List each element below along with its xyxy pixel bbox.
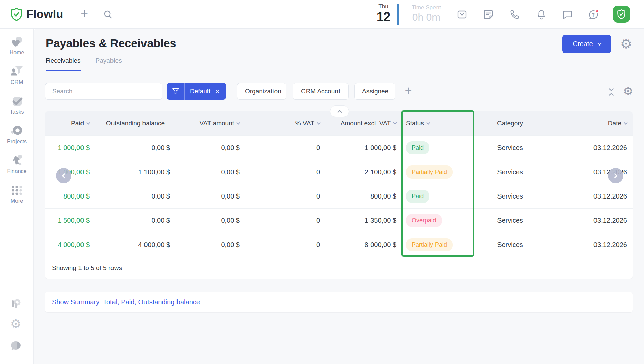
cell-status: Partially Paid	[403, 160, 484, 184]
cell-vat-percent: 0	[247, 209, 327, 233]
sidebar: Home CRM Tasks Projects	[0, 29, 34, 364]
collapse-table-pill[interactable]	[330, 105, 349, 117]
table-row[interactable]: 1 000,00 $ 0,00 $ 0,00 $ 0 1 000,00 $ Pa…	[45, 135, 633, 160]
rows-count-text: Showing 1 to 5 of 5 rows	[52, 264, 122, 272]
finance-icon	[10, 154, 24, 167]
mail-icon[interactable]	[457, 9, 468, 20]
cell-status: Overpaid	[403, 209, 484, 233]
home-icon	[10, 35, 24, 49]
column-header-vat-percent[interactable]: % VAT	[247, 111, 327, 135]
status-badge: Paid	[406, 141, 429, 154]
search-input[interactable]	[45, 83, 162, 100]
brand-name: Flowlu	[26, 7, 63, 21]
chevron-left-icon	[62, 173, 67, 178]
more-grid-icon	[10, 183, 24, 197]
cell-vat-amount: 0,00 $	[177, 136, 247, 160]
cell-category: Services	[484, 233, 536, 257]
svg-text:?: ?	[592, 12, 595, 18]
projects-icon	[10, 124, 24, 138]
page-title: Payables & Receivables	[46, 37, 176, 50]
sidebar-item-more[interactable]: More	[0, 180, 34, 207]
column-header-paid[interactable]: Paid	[45, 111, 96, 135]
main-content: Payables & Receivables Receivables Payab…	[34, 29, 644, 364]
chat-icon[interactable]	[562, 9, 573, 20]
status-badge: Partially Paid	[406, 238, 453, 251]
weekday-label: Thu	[373, 3, 393, 10]
crm-icon	[10, 65, 24, 78]
tab-receivables[interactable]: Receivables	[46, 57, 81, 71]
default-filter-chip[interactable]: Default ✕	[167, 83, 226, 100]
global-search-icon[interactable]	[103, 9, 113, 20]
profile-avatar[interactable]	[613, 6, 630, 23]
column-header-status[interactable]: Status	[403, 111, 484, 135]
column-header-outstanding-balance[interactable]: Outstanding balance...	[96, 111, 177, 135]
status-badge: Paid	[406, 190, 429, 203]
help-icon[interactable]: ?	[588, 9, 599, 20]
table-row[interactable]: 4 000,00 $ 4 000,00 $ 0,00 $ 0 8 000,00 …	[45, 233, 633, 257]
cell-date: 03.12.2026	[536, 233, 633, 257]
column-header-category[interactable]: Category	[484, 111, 536, 135]
sort-chevron-icon	[86, 121, 90, 124]
sidebar-item-finance[interactable]: Finance	[0, 151, 34, 177]
sort-chevron-icon	[624, 121, 627, 124]
cell-status: Paid	[403, 136, 484, 160]
sidebar-item-home[interactable]: Home	[0, 32, 34, 58]
show-summary-link[interactable]: Show Summary: Total, Paid, Outstanding b…	[52, 298, 200, 306]
table-footer: Showing 1 to 5 of 5 rows	[45, 257, 633, 279]
notifications-icon[interactable]	[536, 9, 547, 20]
sidebar-item-label: More	[11, 198, 23, 204]
status-badge: Overpaid	[406, 214, 442, 227]
table-row[interactable]: 1 500,00 $ 0,00 $ 0,00 $ 0 1 350,00 $ Ov…	[45, 208, 633, 233]
cell-vat-amount: 0,00 $	[177, 160, 247, 184]
add-filter-button[interactable]: +	[402, 83, 414, 99]
sidebar-item-projects[interactable]: Projects	[0, 121, 34, 147]
remove-filter-icon[interactable]: ✕	[215, 88, 220, 95]
cell-amount-excl-vat: 2 100,00 $	[327, 160, 403, 184]
cell-category: Services	[484, 184, 536, 208]
column-header-date[interactable]: Date	[536, 111, 633, 135]
sort-chevron-icon	[317, 121, 320, 124]
cell-status: Paid	[403, 184, 484, 208]
settings-gear-icon[interactable]: ⚙	[9, 318, 23, 331]
cell-vat-amount: 0,00 $	[177, 233, 247, 257]
cell-paid: 800,00 $	[45, 184, 96, 208]
cell-amount-excl-vat: 8 000,00 $	[327, 233, 403, 257]
notes-icon[interactable]	[483, 9, 494, 20]
summary-card: Show Summary: Total, Paid, Outstanding b…	[45, 292, 633, 312]
filter-assignee-button[interactable]: Assignee	[354, 83, 395, 100]
table-settings-gear-icon[interactable]: ⚙	[623, 86, 633, 97]
scroll-left-button[interactable]	[56, 168, 71, 183]
cell-vat-percent: 0	[247, 233, 327, 257]
funnel-icon	[167, 88, 184, 95]
calendar-date[interactable]: Thu 12	[373, 3, 393, 24]
tasks-icon	[10, 94, 24, 108]
column-header-vat-amount[interactable]: VAT amount	[177, 111, 247, 135]
sidebar-item-tasks[interactable]: Tasks	[0, 91, 34, 118]
time-spent-label: Time Spent	[407, 4, 446, 11]
portal-icon[interactable]	[9, 298, 23, 311]
filter-chip-label: Default	[190, 88, 210, 95]
support-chat-icon[interactable]	[9, 339, 23, 353]
tab-bar: Receivables Payables	[46, 57, 122, 71]
flowlu-logo-icon[interactable]	[10, 7, 23, 22]
scroll-right-button[interactable]	[608, 168, 623, 183]
tab-payables[interactable]: Payables	[96, 57, 122, 71]
cell-amount-excl-vat: 800,00 $	[327, 184, 403, 208]
cell-date: 03.12.2026	[536, 136, 633, 160]
cell-paid: 4 000,00 $	[45, 233, 96, 257]
sidebar-item-crm[interactable]: CRM	[0, 62, 34, 88]
page-settings-gear-icon[interactable]: ⚙	[620, 37, 632, 50]
collapse-rows-icon[interactable]	[607, 87, 616, 97]
phone-icon[interactable]	[509, 9, 520, 20]
filter-crm-account-button[interactable]: CRM Account	[293, 83, 349, 100]
cell-date: 03.12.2026	[536, 209, 633, 233]
create-button[interactable]: Create	[562, 35, 611, 53]
cell-amount-excl-vat: 1 000,00 $	[327, 136, 403, 160]
cell-category: Services	[484, 160, 536, 184]
time-spent[interactable]: Time Spent 0h 0m	[407, 4, 446, 23]
cell-paid: 1 000,00 $	[45, 136, 96, 160]
table-row[interactable]: 1 000,00 $ 1 100,00 $ 0,00 $ 0 2 100,00 …	[45, 160, 633, 184]
quick-add-button[interactable]: +	[77, 5, 91, 22]
filter-organization-button[interactable]: Organization	[237, 83, 286, 100]
table-row[interactable]: 800,00 $ 0,00 $ 0,00 $ 0 800,00 $ Paid S…	[45, 184, 633, 208]
